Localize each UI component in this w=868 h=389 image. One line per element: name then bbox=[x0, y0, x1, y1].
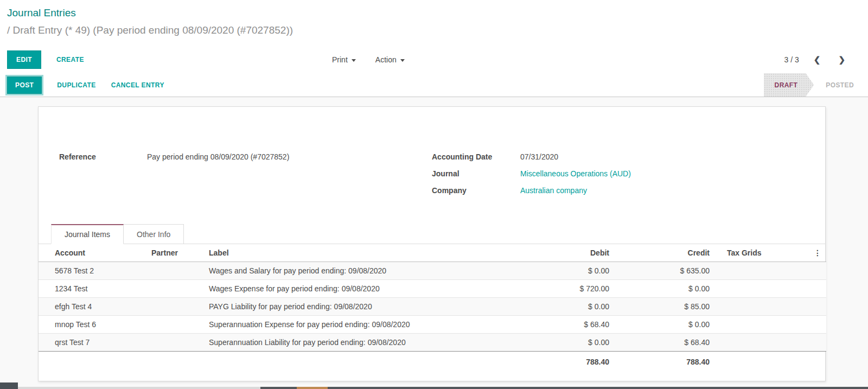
totals-spacer bbox=[147, 352, 205, 373]
cell-partner[interactable] bbox=[147, 334, 205, 352]
cell-partner[interactable] bbox=[147, 262, 205, 280]
journal-field-row: Journal Miscellaneous Operations (AUD) bbox=[432, 168, 825, 179]
state-widget: DRAFT POSTED bbox=[764, 73, 868, 97]
state-draft-badge[interactable]: DRAFT bbox=[764, 73, 814, 97]
cell-debit[interactable]: $ 720.00 bbox=[543, 280, 614, 298]
cell-label[interactable]: Wages Expense for pay period ending: 09/… bbox=[205, 280, 543, 298]
cell-optional bbox=[809, 262, 826, 280]
cell-account[interactable]: mnop Test 6 bbox=[39, 316, 147, 334]
cell-credit[interactable]: $ 0.00 bbox=[614, 316, 714, 334]
cell-account[interactable]: 5678 Test 2 bbox=[39, 262, 147, 280]
cell-partner[interactable] bbox=[147, 316, 205, 334]
pager-next-icon[interactable]: ❯ bbox=[838, 55, 845, 65]
company-value-link[interactable]: Australian company bbox=[520, 185, 587, 196]
notebook-tabs: Journal Items Other Info bbox=[39, 224, 825, 244]
pager-previous-icon[interactable]: ❮ bbox=[814, 55, 821, 65]
bottom-left-corner-block bbox=[0, 382, 18, 389]
cell-credit[interactable]: $ 0.00 bbox=[614, 280, 714, 298]
cell-credit[interactable]: $ 635.00 bbox=[614, 262, 714, 280]
column-header-debit[interactable]: Debit bbox=[543, 244, 614, 262]
control-bar: EDIT CREATE Print Action 3 / 3 ❮ ❯ bbox=[0, 46, 868, 73]
cell-debit[interactable]: $ 0.00 bbox=[543, 262, 614, 280]
table-header-row: Account Partner Label Debit Credit Tax G… bbox=[39, 244, 826, 262]
bottom-edge-bar bbox=[0, 387, 868, 389]
table-row[interactable]: qrst Test 7 Superannuation Liability for… bbox=[39, 334, 826, 352]
cell-optional bbox=[809, 298, 826, 316]
form-sheet: Reference Pay period ending 08/09/2020 (… bbox=[38, 106, 826, 381]
cell-tax-grids[interactable] bbox=[714, 334, 809, 352]
reference-label: Reference bbox=[59, 151, 147, 162]
pager-count: 3 / 3 bbox=[784, 55, 799, 64]
field-group-right: Accounting Date 07/31/2020 Journal Misce… bbox=[432, 151, 825, 202]
cell-tax-grids[interactable] bbox=[714, 280, 809, 298]
company-field-row: Company Australian company bbox=[432, 185, 825, 196]
edit-button[interactable]: EDIT bbox=[7, 50, 41, 69]
cell-label[interactable]: Superannuation Liability for pay period … bbox=[205, 334, 543, 352]
table-row[interactable]: 1234 Test Wages Expense for pay period e… bbox=[39, 280, 826, 298]
column-header-account[interactable]: Account bbox=[39, 244, 147, 262]
field-group-left: Reference Pay period ending 08/09/2020 (… bbox=[39, 151, 432, 202]
column-header-credit[interactable]: Credit bbox=[614, 244, 714, 262]
totals-spacer bbox=[205, 352, 543, 373]
cell-label[interactable]: Superannuation Expense for pay period en… bbox=[205, 316, 543, 334]
cell-tax-grids[interactable] bbox=[714, 262, 809, 280]
cell-account[interactable]: efgh Test 4 bbox=[39, 298, 147, 316]
journal-items-table: Account Partner Label Debit Credit Tax G… bbox=[39, 244, 826, 372]
total-credit: 788.40 bbox=[614, 352, 714, 373]
chevron-down-icon bbox=[400, 59, 405, 62]
cell-partner[interactable] bbox=[147, 280, 205, 298]
form-fields: Reference Pay period ending 08/09/2020 (… bbox=[39, 107, 825, 202]
tab-other-info[interactable]: Other Info bbox=[124, 224, 184, 244]
create-button[interactable]: CREATE bbox=[56, 56, 84, 63]
table-row[interactable]: 5678 Test 2 Wages and Salary for pay per… bbox=[39, 262, 826, 280]
cell-debit[interactable]: $ 68.40 bbox=[543, 316, 614, 334]
cell-optional bbox=[809, 316, 826, 334]
journal-label: Journal bbox=[432, 168, 520, 179]
state-posted-badge[interactable]: POSTED bbox=[814, 73, 868, 97]
content-area: Reference Pay period ending 08/09/2020 (… bbox=[0, 97, 868, 389]
cell-partner[interactable] bbox=[147, 298, 205, 316]
bottom-edge-light-segment bbox=[18, 387, 260, 389]
journal-entry-page: Journal Entries / Draft Entry (* 49) (Pa… bbox=[0, 0, 868, 389]
post-button[interactable]: POST bbox=[7, 76, 42, 94]
company-label: Company bbox=[432, 185, 520, 196]
table-row[interactable]: efgh Test 4 PAYG Liability for pay perio… bbox=[39, 298, 826, 316]
optional-columns-icon[interactable]: ⋮ bbox=[809, 244, 826, 262]
cell-account[interactable]: 1234 Test bbox=[39, 280, 147, 298]
cell-credit[interactable]: $ 68.40 bbox=[614, 334, 714, 352]
action-dropdown[interactable]: Action bbox=[375, 55, 405, 64]
tab-journal-items[interactable]: Journal Items bbox=[51, 224, 124, 244]
cell-label[interactable]: PAYG Liability for pay period ending: 09… bbox=[205, 298, 543, 316]
breadcrumb-current-record: / Draft Entry (* 49) (Pay period ending … bbox=[7, 24, 868, 37]
cell-tax-grids[interactable] bbox=[714, 298, 809, 316]
column-header-tax-grids[interactable]: Tax Grids bbox=[714, 244, 809, 262]
totals-row: 788.40 788.40 bbox=[39, 352, 826, 373]
duplicate-button[interactable]: DUPLICATE bbox=[57, 81, 95, 89]
column-header-partner[interactable]: Partner bbox=[147, 244, 205, 262]
record-pager: 3 / 3 ❮ ❯ bbox=[784, 46, 845, 73]
cell-credit[interactable]: $ 85.00 bbox=[614, 298, 714, 316]
cancel-entry-button[interactable]: CANCEL ENTRY bbox=[111, 81, 164, 89]
cell-debit[interactable]: $ 0.00 bbox=[543, 298, 614, 316]
accounting-date-label: Accounting Date bbox=[432, 151, 520, 162]
cell-debit[interactable]: $ 0.00 bbox=[543, 334, 614, 352]
action-dropdowns: Print Action bbox=[332, 46, 405, 73]
cell-tax-grids[interactable] bbox=[714, 316, 809, 334]
reference-field-row: Reference Pay period ending 08/09/2020 (… bbox=[59, 151, 432, 162]
breadcrumb-journal-entries-link[interactable]: Journal Entries bbox=[7, 7, 868, 20]
total-debit: 788.40 bbox=[543, 352, 614, 373]
table-row[interactable]: mnop Test 6 Superannuation Expense for p… bbox=[39, 316, 826, 334]
cell-label[interactable]: Wages and Salary for pay period ending: … bbox=[205, 262, 543, 280]
status-bar: POST DUPLICATE CANCEL ENTRY DRAFT POSTED bbox=[0, 73, 868, 97]
chevron-down-icon bbox=[352, 59, 356, 62]
cell-optional bbox=[809, 334, 826, 352]
cell-optional bbox=[809, 280, 826, 298]
bottom-edge-orange-segment bbox=[297, 387, 328, 389]
print-dropdown[interactable]: Print bbox=[332, 55, 356, 64]
accounting-date-value: 07/31/2020 bbox=[520, 151, 558, 162]
column-header-label[interactable]: Label bbox=[205, 244, 543, 262]
reference-value: Pay period ending 08/09/2020 (#7027852) bbox=[147, 151, 289, 162]
cell-account[interactable]: qrst Test 7 bbox=[39, 334, 147, 352]
action-dropdown-label: Action bbox=[375, 55, 397, 64]
journal-value-link[interactable]: Miscellaneous Operations (AUD) bbox=[520, 168, 631, 179]
